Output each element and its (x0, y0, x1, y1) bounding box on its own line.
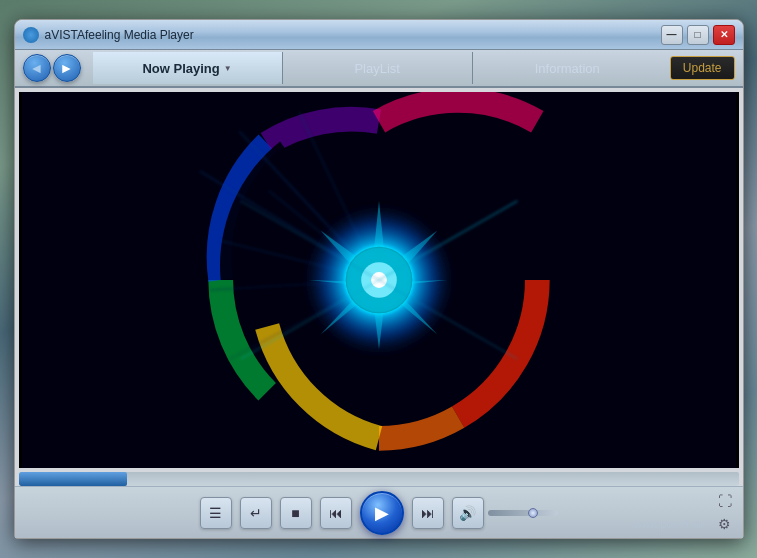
watermark-text: www.pcsoft.ru (634, 518, 702, 530)
play-pause-button[interactable]: ▶ (360, 491, 404, 535)
return-button[interactable]: ↵ (240, 497, 272, 529)
previous-button[interactable]: ⏮ (320, 497, 352, 529)
window-controls: — □ ✕ (661, 25, 735, 45)
forward-button[interactable]: ► (53, 54, 81, 82)
maximize-button[interactable]: □ (687, 25, 709, 45)
playlist-icon: ☰ (209, 505, 222, 521)
progress-indicator (19, 472, 127, 486)
return-icon: ↵ (250, 505, 262, 521)
title-bar: aVISTAfeeling Media Player — □ ✕ (15, 20, 743, 50)
settings-icon: ⚙ (718, 516, 731, 532)
next-icon: ⏭ (421, 505, 435, 521)
volume-slider[interactable] (488, 510, 558, 516)
media-player-window: aVISTAfeeling Media Player — □ ✕ ◄ ► Now… (14, 19, 744, 539)
stop-button[interactable]: ■ (280, 497, 312, 529)
volume-handle (528, 508, 538, 518)
video-area (19, 92, 739, 468)
progress-bar-container[interactable] (19, 472, 739, 486)
fullscreen-button[interactable]: ⛶ (715, 491, 735, 511)
tab-playlist[interactable]: PlayList (283, 52, 473, 84)
volume-control: 🔊 (452, 497, 558, 529)
fullscreen-icon: ⛶ (718, 493, 732, 509)
stop-icon: ■ (291, 505, 299, 521)
tab-information[interactable]: Information (473, 52, 662, 84)
update-button[interactable]: Update (670, 56, 735, 80)
minimize-button[interactable]: — (661, 25, 683, 45)
tab-group: Now Playing PlayList Information (93, 52, 662, 84)
window-title: aVISTAfeeling Media Player (45, 28, 661, 42)
close-button[interactable]: ✕ (713, 25, 735, 45)
volume-icon: 🔊 (459, 505, 476, 521)
volume-button[interactable]: 🔊 (452, 497, 484, 529)
tab-now-playing[interactable]: Now Playing (93, 52, 283, 84)
controls-bar: ☰ ↵ ■ ⏮ ▶ ⏭ 🔊 ⛶ ⚙ (15, 486, 743, 538)
back-button[interactable]: ◄ (23, 54, 51, 82)
nav-bar: ◄ ► Now Playing PlayList Information Upd… (15, 50, 743, 88)
playlist-toggle-button[interactable]: ☰ (200, 497, 232, 529)
nav-arrows: ◄ ► (23, 54, 81, 82)
app-icon (23, 27, 39, 43)
visualizer-canvas (19, 92, 739, 468)
previous-icon: ⏮ (329, 505, 343, 521)
settings-button[interactable]: ⚙ (715, 514, 735, 534)
next-button[interactable]: ⏭ (412, 497, 444, 529)
play-icon: ▶ (375, 502, 389, 524)
